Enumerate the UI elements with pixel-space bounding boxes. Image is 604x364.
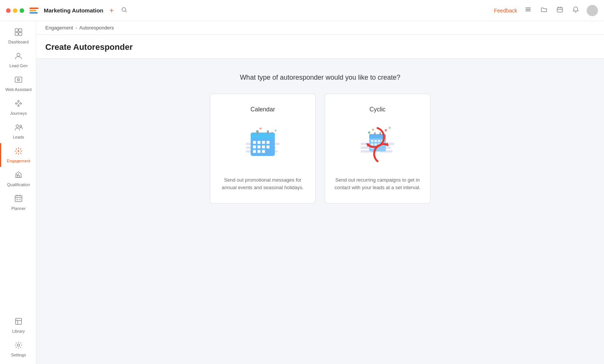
page-title: Create Autoresponder [45, 42, 595, 52]
svg-rect-94 [371, 143, 373, 145]
sidebar-item-dashboard[interactable]: Dashboard [0, 24, 36, 48]
calendar-icon-button[interactable] [555, 5, 565, 16]
svg-rect-72 [253, 150, 256, 153]
add-button[interactable]: + [108, 5, 116, 16]
list-icon-button[interactable] [523, 5, 533, 16]
window-close[interactable] [6, 8, 11, 13]
qualification-icon [14, 171, 23, 181]
svg-point-50 [17, 344, 20, 346]
svg-point-23 [18, 105, 19, 106]
sidebar-item-web-assistant[interactable]: Web Assistant [0, 72, 36, 96]
web-assistant-icon [14, 76, 23, 86]
calendar-icon [556, 6, 563, 13]
svg-rect-99 [374, 132, 376, 136]
svg-point-31 [18, 151, 19, 152]
svg-rect-100 [379, 132, 381, 136]
svg-point-84 [385, 129, 387, 131]
bell-icon-button[interactable] [571, 5, 581, 16]
leads-icon [14, 123, 23, 133]
cyclic-card-description: Send out recurring campaigns to get in c… [334, 176, 421, 191]
breadcrumb: Engagement › Autoresponders [36, 21, 604, 35]
sidebar-item-lead-gen[interactable]: Lead Gen [0, 48, 36, 72]
calendar-card[interactable]: Calendar + + [210, 94, 316, 204]
window-controls [6, 8, 24, 13]
svg-rect-47 [15, 318, 22, 324]
sidebar-item-settings[interactable]: Settings [0, 337, 36, 361]
svg-rect-63 [251, 136, 275, 139]
svg-text:+: + [371, 126, 374, 133]
avatar[interactable] [587, 5, 598, 16]
svg-point-20 [15, 103, 17, 104]
cyclic-illustration: + + [355, 122, 400, 167]
folder-icon [541, 6, 547, 13]
sidebar-item-label: Lead Gen [9, 63, 28, 68]
svg-rect-74 [262, 150, 265, 153]
svg-rect-75 [257, 130, 259, 135]
feedback-button[interactable]: Feedback [494, 8, 517, 14]
search-button[interactable] [120, 5, 129, 16]
svg-rect-15 [19, 32, 22, 35]
svg-rect-5 [525, 8, 531, 8]
svg-rect-46 [19, 199, 20, 200]
svg-rect-90 [371, 140, 373, 142]
app-logo [29, 5, 39, 16]
svg-text:+: + [274, 127, 277, 133]
sidebar: Dashboard Lead Gen Web Assistant [0, 21, 36, 364]
cards-row: Calendar + + [45, 94, 595, 204]
svg-line-38 [20, 148, 21, 149]
svg-rect-7 [525, 11, 531, 11]
main-content: Engagement › Autoresponders Create Autor… [36, 21, 604, 364]
svg-rect-66 [262, 141, 265, 144]
calendar-card-description: Send out promotional messages for annual… [219, 176, 306, 191]
window-minimize[interactable] [13, 8, 17, 13]
engagement-icon [14, 147, 23, 157]
library-icon [14, 317, 23, 327]
sidebar-item-library[interactable]: Library [0, 313, 36, 337]
sidebar-item-planner[interactable]: Planner [0, 191, 36, 214]
svg-point-83 [368, 131, 370, 134]
svg-rect-91 [374, 140, 377, 142]
breadcrumb-parent[interactable]: Engagement [45, 25, 73, 31]
svg-rect-73 [257, 150, 260, 153]
page-header: Create Autoresponder [36, 35, 604, 59]
svg-rect-95 [374, 143, 377, 145]
sidebar-item-engagement[interactable]: Engagement [0, 143, 36, 167]
sidebar-item-label: Library [12, 329, 25, 333]
cyclic-card[interactable]: Cyclic + + [325, 94, 430, 204]
svg-line-4 [125, 11, 127, 12]
window-maximize[interactable] [20, 8, 24, 13]
sidebar-item-label: Planner [11, 206, 26, 211]
svg-point-19 [18, 79, 19, 80]
svg-rect-68 [253, 145, 256, 148]
settings-icon [14, 341, 23, 351]
sidebar-item-qualification[interactable]: Qualification [0, 167, 36, 191]
topbar: Marketing Automation + Feedback [0, 0, 604, 21]
breadcrumb-current: Autoresponders [79, 25, 114, 31]
svg-rect-6 [525, 9, 531, 10]
svg-text:+: + [388, 125, 391, 131]
calendar-card-title: Calendar [251, 106, 275, 113]
topbar-right: Feedback [494, 5, 598, 16]
folder-icon-button[interactable] [539, 5, 549, 16]
sidebar-item-label: Settings [11, 353, 26, 357]
svg-rect-13 [19, 29, 22, 32]
app-title: Marketing Automation [44, 7, 103, 14]
svg-rect-8 [557, 8, 562, 12]
svg-rect-1 [29, 10, 36, 11]
svg-text:+: + [259, 125, 262, 131]
svg-rect-0 [29, 8, 39, 9]
svg-point-28 [16, 125, 19, 128]
list-icon [525, 6, 532, 13]
topbar-left: Marketing Automation + [29, 5, 129, 16]
planner-icon [14, 194, 23, 205]
svg-rect-2 [29, 12, 38, 14]
svg-point-29 [20, 125, 22, 127]
svg-line-39 [16, 153, 17, 154]
sidebar-item-leads[interactable]: Leads [0, 119, 36, 143]
question-text: What type of autoresponder would you lik… [45, 74, 595, 82]
breadcrumb-separator: › [76, 25, 77, 31]
bell-icon [572, 6, 579, 13]
sidebar-item-label: Qualification [7, 182, 30, 187]
sidebar-item-journeys[interactable]: Journeys [0, 96, 36, 119]
svg-line-37 [20, 153, 21, 154]
